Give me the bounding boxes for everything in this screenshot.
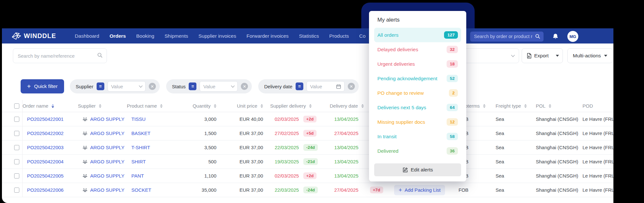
remove-filter-icon[interactable]: ✕ — [348, 83, 355, 90]
row-checkbox[interactable] — [14, 131, 19, 136]
row-checkbox-cell — [10, 112, 23, 126]
product-link[interactable]: SHIRT — [131, 159, 146, 164]
supplier-link[interactable]: ARGO SUPPLY — [90, 130, 124, 136]
unit-price-value: EUR 40,00 — [223, 116, 270, 122]
nav-item-dashboard[interactable]: Dashboard — [75, 33, 99, 39]
supplier-link[interactable]: ARGO SUPPLY — [90, 173, 124, 179]
column-header-supplier[interactable]: Supplier — [78, 103, 127, 109]
brand-origami-bird-icon — [12, 32, 21, 40]
pod-value: Le Havre (FRL — [582, 116, 613, 122]
sort-icon[interactable] — [483, 104, 486, 108]
column-label: Quantity — [193, 103, 211, 109]
sort-icon[interactable] — [549, 104, 551, 108]
column-header-product-name[interactable]: Product name — [127, 103, 175, 109]
column-header-supplier-delivery[interactable]: Supplier delivery — [270, 103, 330, 109]
product-link[interactable]: SOCKET — [131, 187, 151, 193]
delivery-date: 27/04/2025 — [334, 130, 358, 136]
sort-icon[interactable] — [524, 104, 527, 108]
sort-icon[interactable] — [214, 104, 216, 108]
nav-item-co[interactable]: Co — [359, 33, 366, 39]
sort-icon[interactable] — [160, 104, 163, 108]
product-link[interactable]: BASKET — [131, 130, 150, 136]
alert-item-deliveries-next-5-days[interactable]: Deliveries next 5 days64 — [374, 100, 461, 115]
nav-item-orders[interactable]: Orders — [109, 33, 126, 39]
filter-chip-delivery-date: Delivery date=Value✕ — [258, 79, 359, 93]
filter-value-select[interactable]: Value — [108, 81, 146, 92]
edit-alerts-button[interactable]: Edit alerts — [374, 163, 461, 176]
supplier-link[interactable]: ARGO SUPPLY — [90, 187, 124, 193]
sort-icon[interactable] — [260, 104, 263, 108]
alert-item-po-change-to-review[interactable]: PO change to review2 — [374, 86, 461, 100]
filter-operator[interactable]: = — [97, 82, 104, 90]
nav-item-products[interactable]: Products — [329, 33, 349, 39]
nav-item-forwarder-invoices[interactable]: Forwarder invoices — [246, 33, 289, 39]
nav-item-statistics[interactable]: Statistics — [299, 33, 319, 39]
order-link[interactable]: PO20250422001 — [27, 116, 63, 122]
alert-item-pending-acknowledgement[interactable]: Pending acknowledgement52 — [374, 71, 461, 86]
column-header-pod[interactable]: POD — [582, 103, 613, 109]
delay-badge: -24d — [303, 187, 318, 193]
nav-search-icon[interactable] — [535, 34, 540, 39]
sort-icon[interactable] — [361, 104, 364, 108]
supplier-link[interactable]: ARGO SUPPLY — [90, 116, 124, 122]
order-link[interactable]: PO20250422004 — [27, 159, 63, 164]
caret-down-icon — [604, 55, 607, 57]
alert-count-badge: 36 — [447, 147, 458, 155]
pod-value: Le Havre (FRL — [582, 159, 613, 164]
nav-item-shipments[interactable]: Shipments — [165, 33, 188, 39]
supplier-link[interactable]: ARGO SUPPLY — [90, 145, 124, 150]
alert-item-urgent-deliveries[interactable]: Urgent deliveries18 — [374, 57, 461, 71]
alert-item-all-orders[interactable]: All orders127 — [374, 28, 461, 42]
filter-operator[interactable]: = — [189, 82, 196, 90]
alert-item-delayed-deliveries[interactable]: Delayed deliveries32 — [374, 42, 461, 57]
alert-label: PO change to review — [377, 90, 424, 96]
notifications-bell-icon[interactable] — [552, 33, 559, 40]
column-header-delivery-date[interactable]: Delivery date — [330, 103, 367, 109]
alert-item-in-transit[interactable]: In transit58 — [374, 129, 461, 144]
filter-operator[interactable]: = — [296, 82, 303, 90]
column-header-order-name[interactable]: Order name — [23, 103, 78, 109]
export-dropdown-button[interactable] — [552, 49, 563, 63]
supplier-link[interactable]: ARGO SUPPLY — [90, 159, 124, 164]
order-search-input[interactable] — [13, 48, 107, 63]
global-search-input[interactable] — [470, 32, 544, 42]
remove-filter-icon[interactable]: ✕ — [149, 83, 156, 90]
sort-icon[interactable] — [99, 104, 101, 108]
add-packing-list-button[interactable]: +Add Packing List — [394, 185, 445, 195]
column-header-pol[interactable]: POL — [536, 103, 582, 109]
row-checkbox[interactable] — [14, 159, 19, 164]
row-checkbox[interactable] — [14, 173, 19, 179]
export-button[interactable]: Export — [522, 49, 552, 63]
order-link[interactable]: PO20250422006 — [27, 187, 63, 193]
sort-icon[interactable] — [52, 104, 54, 108]
alert-item-missing-supplier-docs[interactable]: Missing supplier docs12 — [374, 115, 461, 129]
order-link[interactable]: PO20250422002 — [27, 130, 63, 136]
brand-logo[interactable]: WINDDLE — [12, 32, 56, 40]
filter-chip-status: Status=Value✕ — [166, 79, 252, 93]
nav-item-booking[interactable]: Booking — [136, 33, 154, 39]
multi-actions-button[interactable]: Multi-actions — [567, 48, 613, 63]
sort-icon[interactable] — [309, 104, 312, 108]
pol-value: Shanghai (CNSGH) — [536, 173, 582, 179]
filter-value-date[interactable]: Value — [307, 81, 345, 92]
row-checkbox[interactable] — [14, 188, 19, 193]
column-header-quantity[interactable]: Quantity — [175, 103, 223, 109]
row-checkbox[interactable] — [14, 145, 19, 150]
alert-label: Delivered — [377, 148, 398, 154]
quick-filter-button[interactable]: + Quick filter — [21, 79, 64, 93]
alert-item-delivered[interactable]: Delivered36 — [374, 144, 461, 158]
product-link[interactable]: TISSU — [131, 116, 146, 122]
column-header-unit-price[interactable]: Unit price — [223, 103, 270, 109]
column-header-freight-type[interactable]: Freight type — [496, 103, 536, 109]
order-link[interactable]: PO20250422005 — [27, 173, 63, 179]
filter-value-select[interactable]: Value — [200, 81, 238, 92]
order-search-icon[interactable] — [97, 53, 103, 58]
product-link[interactable]: PANT — [131, 173, 144, 179]
user-avatar[interactable]: MG — [567, 31, 578, 42]
row-checkbox[interactable] — [14, 117, 19, 122]
select-all-checkbox[interactable] — [14, 103, 19, 109]
order-link[interactable]: PO20250422003 — [27, 145, 63, 150]
product-link[interactable]: T-SHIRT — [131, 145, 150, 150]
nav-item-supplier-invoices[interactable]: Supplier invoices — [198, 33, 236, 39]
remove-filter-icon[interactable]: ✕ — [241, 83, 248, 90]
